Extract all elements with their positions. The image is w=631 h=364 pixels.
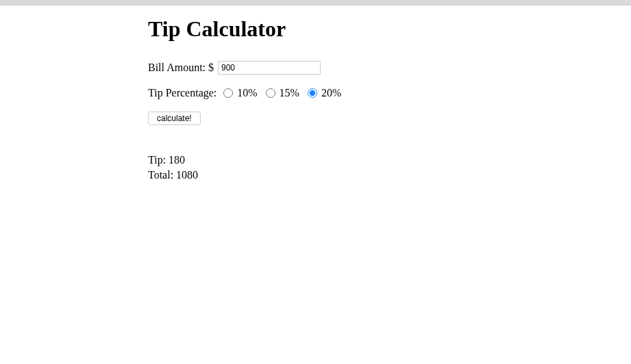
- calculate-row: calculate!: [148, 112, 532, 125]
- tip-result-label: Tip:: [148, 154, 166, 166]
- bill-amount-label: Bill Amount: $: [148, 62, 214, 74]
- total-result-label: Total:: [148, 169, 173, 181]
- page-title: Tip Calculator: [148, 16, 532, 42]
- calculate-button[interactable]: calculate!: [148, 112, 201, 125]
- tip-result-value: 180: [169, 154, 185, 166]
- tip-10-label: 10%: [237, 87, 257, 99]
- results-section: Tip: 180 Total: 1080: [148, 153, 532, 182]
- tip-result-line: Tip: 180: [148, 153, 532, 168]
- tip-percentage-row: Tip Percentage: 10% 15% 20%: [148, 87, 532, 99]
- bill-amount-row: Bill Amount: $: [148, 61, 532, 75]
- tip-20-radio[interactable]: [308, 88, 317, 98]
- total-result-value: 1080: [176, 169, 198, 181]
- total-result-line: Total: 1080: [148, 168, 532, 183]
- bill-amount-input[interactable]: [218, 61, 321, 75]
- window-top-bar: [0, 0, 631, 5]
- tip-15-label: 15%: [280, 87, 299, 99]
- tip-20-label: 20%: [321, 87, 341, 99]
- main-container: Tip Calculator Bill Amount: $ Tip Percen…: [148, 16, 532, 182]
- tip-10-radio[interactable]: [223, 88, 233, 98]
- tip-15-radio[interactable]: [266, 88, 275, 98]
- tip-percentage-label: Tip Percentage:: [148, 87, 216, 99]
